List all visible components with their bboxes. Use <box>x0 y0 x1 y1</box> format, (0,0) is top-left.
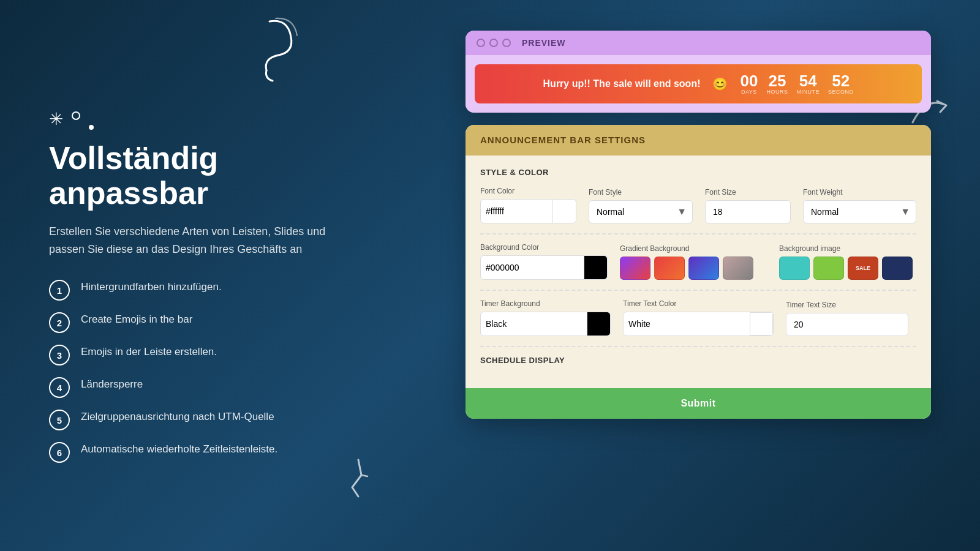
bg-color-input-wrapper[interactable] <box>480 255 608 280</box>
gradient-bg-label: Gradient Background <box>620 244 767 253</box>
feature-num-5: 5 <box>49 410 70 430</box>
font-style-label: Font Style <box>589 188 693 197</box>
count-minutes: 54 MINUTE <box>796 73 820 95</box>
settings-title: ANNOUNCEMENT BAR SETTIGNS <box>480 135 646 145</box>
countdown: 00 DAYS 25 HOURS 54 MINUTE 52 SECOND <box>740 73 853 95</box>
font-weight-select[interactable]: Normal Bold Light <box>803 200 916 223</box>
window-dot-2 <box>489 39 498 47</box>
font-color-swatch[interactable] <box>552 200 576 223</box>
timer-text-size-label: Timer Text Size <box>786 301 916 309</box>
divider-2 <box>480 290 916 291</box>
timer-text-color-swatch[interactable] <box>750 312 773 335</box>
font-color-input-wrapper[interactable] <box>480 199 576 223</box>
preview-label: PREVIEW <box>522 38 566 48</box>
announcement-bar: Hurry up!! The sale will end soon! 😊 00 … <box>475 64 922 103</box>
hours-num: 25 <box>768 73 786 89</box>
dot-icon <box>89 125 94 130</box>
gradient-3[interactable] <box>688 257 719 280</box>
timer-row: Timer Background Timer Text Color Timer … <box>480 299 916 336</box>
bg-color-group: Background Color <box>480 243 608 280</box>
feature-num-6: 6 <box>49 442 70 463</box>
font-size-label: Font Size <box>705 188 791 197</box>
left-panel: ✳ Vollständig anpassbar Erstellen Sie ve… <box>0 0 368 551</box>
timer-text-size-group: Timer Text Size <box>786 301 916 336</box>
timer-text-color-group: Timer Text Color <box>623 299 774 336</box>
font-color-label: Font Color <box>480 187 576 195</box>
font-row: Font Color Font Style Normal Bold Italic <box>480 187 916 223</box>
submit-button[interactable]: Submit <box>466 388 931 419</box>
settings-panel: ANNOUNCEMENT BAR SETTIGNS STYLE & COLOR … <box>466 125 931 419</box>
days-num: 00 <box>740 73 758 89</box>
feature-text-1: Hintergrundfarben hinzufügen. <box>81 279 222 295</box>
preview-content: Hurry up!! The sale will end soon! 😊 00 … <box>466 55 931 113</box>
seconds-num: 52 <box>832 73 850 89</box>
feature-item-3: 3 Emojis in der Leiste erstellen. <box>49 344 331 365</box>
bg-image-options: SALE <box>779 257 916 280</box>
bg-color-input[interactable] <box>481 257 584 279</box>
font-size-input[interactable] <box>705 200 791 223</box>
font-weight-label: Font Weight <box>803 188 916 197</box>
timer-text-size-input[interactable] <box>786 313 908 336</box>
feature-num-4: 4 <box>49 377 70 398</box>
bg-image-1[interactable] <box>779 257 810 280</box>
feature-num-2: 2 <box>49 312 70 333</box>
feature-item-4: 4 Ländersperre <box>49 377 331 398</box>
gradient-bg-group: Gradient Background <box>620 244 767 280</box>
feature-text-3: Emojis in der Leiste erstellen. <box>81 344 217 360</box>
timer-text-color-input-wrapper[interactable] <box>623 312 774 336</box>
feature-item-2: 2 Create Emojis in the bar <box>49 312 331 333</box>
feature-num-3: 3 <box>49 345 70 365</box>
timer-bg-input-wrapper[interactable] <box>480 312 611 336</box>
star-icon: ✳ <box>49 109 63 129</box>
count-hours: 25 HOURS <box>766 73 788 95</box>
days-label: DAYS <box>741 89 757 95</box>
feature-num-1: 1 <box>49 280 70 301</box>
count-seconds: 52 SECOND <box>828 73 854 95</box>
gradient-2[interactable] <box>654 257 685 280</box>
font-style-select-wrapper: Normal Bold Italic ▼ <box>589 200 693 223</box>
font-weight-group: Font Weight Normal Bold Light ▼ <box>803 188 916 223</box>
divider-1 <box>480 233 916 234</box>
timer-bg-group: Timer Background <box>480 299 611 336</box>
main-description: Erstellen Sie verschiedene Arten von Lei… <box>49 223 331 258</box>
bar-emoji: 😊 <box>712 77 728 91</box>
timer-text-color-label: Timer Text Color <box>623 299 774 308</box>
feature-item-1: 1 Hintergrundfarben hinzufügen. <box>49 279 331 301</box>
bg-row: Background Color Gradient Background <box>480 243 916 280</box>
minutes-label: MINUTE <box>796 89 820 95</box>
bg-image-3[interactable]: SALE <box>848 257 878 280</box>
bg-image-2[interactable] <box>813 257 844 280</box>
timer-bg-label: Timer Background <box>480 299 611 308</box>
feature-item-6: 6 Automatische wiederholte Zeitleistenle… <box>49 441 331 463</box>
feature-text-5: Zielgruppenausrichtung nach UTM-Quelle <box>81 409 274 425</box>
bg-image-label: Background image <box>779 244 916 253</box>
right-panel: PREVIEW Hurry up!! The sale will end soo… <box>466 31 931 419</box>
font-style-select[interactable]: Normal Bold Italic <box>589 200 693 223</box>
feature-text-4: Ländersperre <box>81 377 143 392</box>
feature-text-2: Create Emojis in the bar <box>81 312 192 328</box>
settings-body: STYLE & COLOR Font Color Font Style Norm… <box>466 156 931 387</box>
gradient-4[interactable] <box>723 257 753 280</box>
font-color-group: Font Color <box>480 187 576 223</box>
bg-color-swatch[interactable] <box>584 256 607 279</box>
font-color-input[interactable] <box>481 200 552 222</box>
feature-text-6: Automatische wiederholte Zeitleistenleis… <box>81 441 277 457</box>
schedule-section: SCHEDULE DISPLAY <box>480 346 916 365</box>
timer-bg-input[interactable] <box>481 313 587 335</box>
window-dots <box>477 39 511 47</box>
font-weight-select-wrapper: Normal Bold Light ▼ <box>803 200 916 223</box>
bg-image-4[interactable] <box>882 257 913 280</box>
font-size-group: Font Size <box>705 188 791 223</box>
feature-list: 1 Hintergrundfarben hinzufügen. 2 Create… <box>49 279 331 463</box>
main-title: Vollständig anpassbar <box>49 141 331 211</box>
gradient-1[interactable] <box>620 257 650 280</box>
hours-label: HOURS <box>766 89 788 95</box>
decorative-squiggle <box>233 12 306 88</box>
gradient-options <box>620 257 767 280</box>
timer-bg-swatch[interactable] <box>587 312 610 335</box>
timer-text-color-input[interactable] <box>624 313 750 335</box>
count-days: 00 DAYS <box>740 73 758 95</box>
style-section-title: STYLE & COLOR <box>480 168 916 177</box>
squiggle-bottom-icon <box>340 457 377 502</box>
seconds-label: SECOND <box>828 89 854 95</box>
